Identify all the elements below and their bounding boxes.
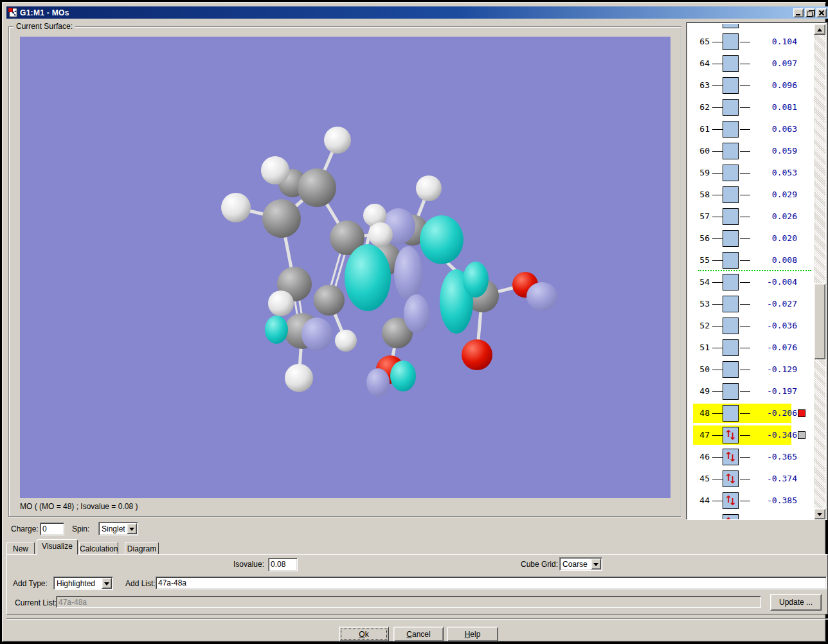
- mo-level-row[interactable]: 550.008: [688, 249, 815, 271]
- atom-carbon: [298, 168, 336, 207]
- mo-level-box[interactable]: [723, 252, 739, 269]
- mo-level-row[interactable]: 590.053: [688, 162, 815, 184]
- mo-level-box[interactable]: [723, 230, 739, 247]
- tab-visualize[interactable]: Visualize: [37, 539, 78, 555]
- orbital-lobe-positive: [345, 244, 391, 311]
- molecule-3d-view[interactable]: [20, 37, 670, 498]
- mo-level-row[interactable]: 580.029: [688, 184, 815, 206]
- mo-level-row[interactable]: 640.097: [688, 53, 815, 75]
- mo-level-row[interactable]: ↑↓: [688, 512, 815, 519]
- mo-level-row[interactable]: 630.096: [688, 75, 815, 96]
- scroll-up-button[interactable]: [814, 24, 825, 35]
- add-type-dropdown[interactable]: Highlighted: [53, 577, 113, 590]
- mo-level-box[interactable]: [723, 186, 739, 203]
- atom-hydrogen: [261, 156, 289, 184]
- mo-energy-value: -0.346: [752, 430, 797, 440]
- mo-level-row[interactable]: 47↑↓-0.346: [688, 424, 815, 446]
- mo-level-box[interactable]: [723, 274, 739, 291]
- cancel-button[interactable]: Cancel: [393, 627, 444, 641]
- mo-level-box[interactable]: [723, 55, 739, 72]
- mo-level-box[interactable]: [723, 77, 739, 94]
- mo-level-line: [712, 195, 723, 195]
- mo-level-row[interactable]: 610.063: [688, 118, 815, 140]
- ok-button[interactable]: Ok: [339, 627, 389, 641]
- update-button[interactable]: Update ...: [770, 594, 822, 611]
- mo-level-box[interactable]: ↑↓: [723, 514, 739, 519]
- minimize-button[interactable]: [793, 8, 804, 17]
- mo-level-row[interactable]: 50-0.129: [688, 359, 815, 380]
- mo-level-box[interactable]: [723, 318, 739, 334]
- mo-number: 63: [688, 80, 710, 90]
- mo-level-row[interactable]: 46↑↓-0.365: [688, 446, 815, 468]
- mo-level-row[interactable]: 600.059: [688, 140, 815, 162]
- spin-dropdown[interactable]: Singlet: [98, 522, 138, 535]
- mo-level-box[interactable]: [723, 383, 739, 400]
- spin-down-arrow-icon: ↓: [728, 497, 737, 507]
- mo-level-box[interactable]: [723, 296, 739, 312]
- mo-indicator-swatch[interactable]: [798, 409, 806, 417]
- atom-oxygen: [462, 339, 492, 370]
- mo-level-row[interactable]: [688, 24, 815, 31]
- charge-label: Charge:: [11, 524, 39, 533]
- restore-button[interactable]: [805, 8, 815, 17]
- mo-level-line: [740, 326, 750, 326]
- mo-level-box[interactable]: ↑↓: [723, 470, 739, 487]
- atom-hydrogen: [268, 291, 294, 316]
- mo-level-row[interactable]: 49-0.197: [688, 380, 815, 402]
- mo-level-row[interactable]: 51-0.076: [688, 337, 815, 359]
- mo-level-line: [712, 435, 723, 436]
- add-list-input[interactable]: 47a-48a: [156, 577, 827, 589]
- orbital-lobe-positive: [390, 361, 416, 391]
- mo-level-box[interactable]: [723, 339, 739, 356]
- mo-scrollbar[interactable]: [814, 24, 825, 519]
- mo-energy-value: 0.081: [752, 102, 797, 112]
- mo-level-row[interactable]: 560.020: [688, 228, 815, 249]
- isovalue-input[interactable]: 0.08: [268, 558, 298, 571]
- mo-level-row[interactable]: 570.026: [688, 206, 815, 228]
- mo-level-box[interactable]: [723, 165, 739, 181]
- add-type-dropdown-button[interactable]: [102, 578, 112, 589]
- mo-level-box[interactable]: ↑↓: [723, 427, 739, 443]
- close-button[interactable]: [816, 8, 827, 17]
- mo-level-line: [712, 304, 723, 305]
- help-button[interactable]: Help: [447, 627, 498, 641]
- scrollbar-thumb[interactable]: [814, 283, 825, 359]
- mo-level-box[interactable]: [723, 405, 739, 422]
- orbital-lobe-negative: [366, 368, 390, 397]
- mo-level-list[interactable]: 650.104640.097630.096620.081610.063600.0…: [688, 24, 815, 519]
- mo-number: 52: [688, 321, 710, 330]
- mo-level-box[interactable]: ↑↓: [723, 492, 739, 509]
- charge-input[interactable]: 0: [40, 523, 64, 535]
- mo-level-row[interactable]: 48-0.206: [688, 402, 815, 424]
- mo-level-row[interactable]: 44↑↓-0.385: [688, 490, 815, 512]
- mo-indicator-swatch[interactable]: [798, 431, 806, 439]
- mo-level-row[interactable]: 53-0.027: [688, 293, 815, 315]
- spin-dropdown-button[interactable]: [127, 523, 137, 534]
- mo-level-box[interactable]: [723, 24, 739, 28]
- titlebar[interactable]: G1:M1 - MOs: [6, 6, 828, 19]
- mo-level-box[interactable]: [723, 208, 739, 225]
- scroll-down-button[interactable]: [814, 508, 825, 519]
- tab-calculation[interactable]: Calculation: [79, 542, 118, 555]
- mo-level-box[interactable]: [723, 121, 739, 138]
- mo-level-box[interactable]: [723, 33, 739, 50]
- mo-level-line: [740, 260, 750, 261]
- tab-diagram[interactable]: Diagram: [125, 542, 159, 555]
- mo-number: 53: [688, 299, 710, 309]
- cube-grid-dropdown-button[interactable]: [591, 559, 601, 569]
- mo-energy-panel: 650.104640.097630.096620.081610.063600.0…: [686, 22, 827, 520]
- cube-grid-dropdown[interactable]: Coarse: [559, 557, 602, 571]
- mo-level-box[interactable]: [723, 143, 739, 159]
- tab-new[interactable]: New: [6, 542, 35, 555]
- mo-level-row[interactable]: 54-0.004: [688, 271, 815, 293]
- mo-number: 46: [688, 452, 710, 461]
- mo-level-row[interactable]: 650.104: [688, 31, 815, 53]
- mo-level-row[interactable]: 45↑↓-0.374: [688, 468, 815, 490]
- mo-level-box[interactable]: [723, 361, 739, 378]
- mo-level-row[interactable]: 52-0.036: [688, 315, 815, 337]
- mo-level-line: [740, 85, 750, 86]
- mo-level-row[interactable]: 620.081: [688, 96, 815, 118]
- mo-number: 64: [688, 58, 710, 68]
- mo-level-box[interactable]: ↑↓: [723, 449, 739, 465]
- mo-level-box[interactable]: [723, 99, 739, 116]
